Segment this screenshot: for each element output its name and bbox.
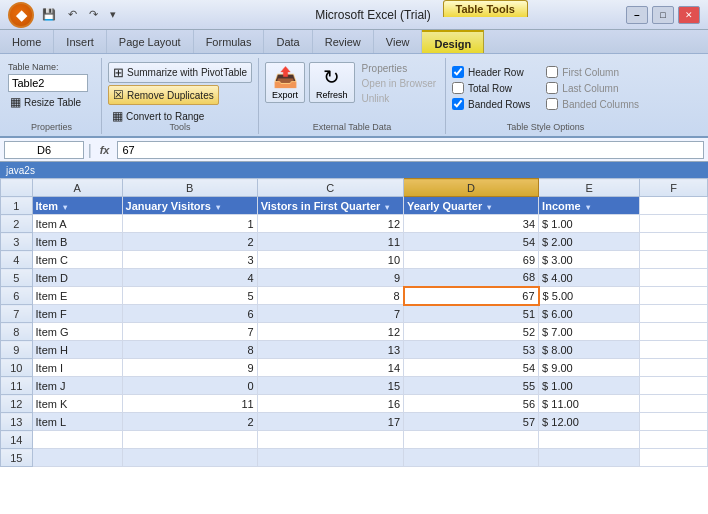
cell-e-3[interactable]: $ 2.00 (539, 233, 640, 251)
cell-e-13[interactable]: $ 12.00 (539, 413, 640, 431)
row-num-4[interactable]: 4 (1, 251, 33, 269)
cell-e-5[interactable]: $ 4.00 (539, 269, 640, 287)
minimize-button[interactable]: ‒ (626, 6, 648, 24)
undo-qat-button[interactable]: ↶ (64, 6, 81, 23)
row-num-3[interactable]: 3 (1, 233, 33, 251)
cell-b-8[interactable]: 7 (122, 323, 257, 341)
cell-e-15[interactable] (539, 449, 640, 467)
cell-f-8[interactable] (640, 323, 708, 341)
cell-e-9[interactable]: $ 8.00 (539, 341, 640, 359)
cell-e-7[interactable]: $ 6.00 (539, 305, 640, 323)
cell-b-6[interactable]: 5 (122, 287, 257, 305)
cell-c-14[interactable] (257, 431, 403, 449)
header-item[interactable]: Item ▾ (32, 197, 122, 215)
tab-review[interactable]: Review (313, 30, 374, 53)
row-num-2[interactable]: 2 (1, 215, 33, 233)
banded-rows-checkbox[interactable] (452, 98, 464, 110)
cell-c-2[interactable]: 12 (257, 215, 403, 233)
cell-d-9[interactable]: 53 (404, 341, 539, 359)
cell-c-15[interactable] (257, 449, 403, 467)
name-box[interactable] (4, 141, 84, 159)
cell-f-6[interactable] (640, 287, 708, 305)
header-january[interactable]: January Visitors ▾ (122, 197, 257, 215)
properties-button[interactable]: Properties (359, 62, 439, 75)
cell-b-15[interactable] (122, 449, 257, 467)
cell-e-8[interactable]: $ 7.00 (539, 323, 640, 341)
cell-a-7[interactable]: Item F (32, 305, 122, 323)
row-num-13[interactable]: 13 (1, 413, 33, 431)
cell-a-12[interactable]: Item K (32, 395, 122, 413)
save-qat-button[interactable]: 💾 (38, 6, 60, 23)
cell-a-10[interactable]: Item I (32, 359, 122, 377)
cell-d-12[interactable]: 56 (404, 395, 539, 413)
header-income[interactable]: Income ▾ (539, 197, 640, 215)
cell-b-7[interactable]: 6 (122, 305, 257, 323)
refresh-button[interactable]: ↻ Refresh (309, 62, 355, 103)
cell-f-12[interactable] (640, 395, 708, 413)
cell-d-10[interactable]: 54 (404, 359, 539, 377)
cell-f-10[interactable] (640, 359, 708, 377)
cell-b-2[interactable]: 1 (122, 215, 257, 233)
close-button[interactable]: ✕ (678, 6, 700, 24)
row-num-6[interactable]: 6 (1, 287, 33, 305)
cell-c-6[interactable]: 8 (257, 287, 403, 305)
total-row-checkbox[interactable] (452, 82, 464, 94)
cell-a-2[interactable]: Item A (32, 215, 122, 233)
resize-table-button[interactable]: ▦ Resize Table (8, 94, 83, 110)
cell-f-7[interactable] (640, 305, 708, 323)
cell-d-6[interactable]: 67 (404, 287, 539, 305)
remove-duplicates-button[interactable]: ☒ Remove Duplicates (108, 85, 219, 105)
cell-b-10[interactable]: 9 (122, 359, 257, 377)
cell-d-5[interactable]: 68 (404, 269, 539, 287)
cell-a-3[interactable]: Item B (32, 233, 122, 251)
tab-formulas[interactable]: Formulas (194, 30, 265, 53)
export-button[interactable]: 📤 Export (265, 62, 305, 103)
col-header-e[interactable]: E (539, 179, 640, 197)
cell-b-12[interactable]: 11 (122, 395, 257, 413)
cell-d-3[interactable]: 54 (404, 233, 539, 251)
cell-d-4[interactable]: 69 (404, 251, 539, 269)
cell-d-14[interactable] (404, 431, 539, 449)
cell-d-11[interactable]: 55 (404, 377, 539, 395)
cell-e-2[interactable]: $ 1.00 (539, 215, 640, 233)
cell-e-11[interactable]: $ 1.00 (539, 377, 640, 395)
maximize-button[interactable]: □ (652, 6, 674, 24)
cell-e-6[interactable]: $ 5.00 (539, 287, 640, 305)
tab-view[interactable]: View (374, 30, 423, 53)
office-button[interactable]: ◆ (8, 2, 34, 28)
cell-c-3[interactable]: 11 (257, 233, 403, 251)
cell-f-2[interactable] (640, 215, 708, 233)
tab-page-layout[interactable]: Page Layout (107, 30, 194, 53)
row-num-11[interactable]: 11 (1, 377, 33, 395)
header-first-quarter[interactable]: Vistors in First Quarter ▾ (257, 197, 403, 215)
cell-c-12[interactable]: 16 (257, 395, 403, 413)
row-num-5[interactable]: 5 (1, 269, 33, 287)
col-header-d[interactable]: D (404, 179, 539, 197)
cell-b-3[interactable]: 2 (122, 233, 257, 251)
tab-home[interactable]: Home (0, 30, 54, 53)
header-yearly-quarter[interactable]: Yearly Quarter ▾ (404, 197, 539, 215)
cell-f-3[interactable] (640, 233, 708, 251)
cell-a-11[interactable]: Item J (32, 377, 122, 395)
cell-a-8[interactable]: Item G (32, 323, 122, 341)
cell-c-8[interactable]: 12 (257, 323, 403, 341)
cell-a-14[interactable] (32, 431, 122, 449)
row-num-9[interactable]: 9 (1, 341, 33, 359)
cell-b-4[interactable]: 3 (122, 251, 257, 269)
row-num-14[interactable]: 14 (1, 431, 33, 449)
cell-c-7[interactable]: 7 (257, 305, 403, 323)
cell-f-15[interactable] (640, 449, 708, 467)
qat-dropdown-button[interactable]: ▾ (106, 6, 120, 23)
row-num-15[interactable]: 15 (1, 449, 33, 467)
cell-f-9[interactable] (640, 341, 708, 359)
cell-a-15[interactable] (32, 449, 122, 467)
row-num-7[interactable]: 7 (1, 305, 33, 323)
cell-d-13[interactable]: 57 (404, 413, 539, 431)
cell-f-11[interactable] (640, 377, 708, 395)
tab-data[interactable]: Data (264, 30, 312, 53)
col-header-a[interactable]: A (32, 179, 122, 197)
first-column-checkbox[interactable] (546, 66, 558, 78)
col-header-b[interactable]: B (122, 179, 257, 197)
cell-a-9[interactable]: Item H (32, 341, 122, 359)
cell-f-5[interactable] (640, 269, 708, 287)
